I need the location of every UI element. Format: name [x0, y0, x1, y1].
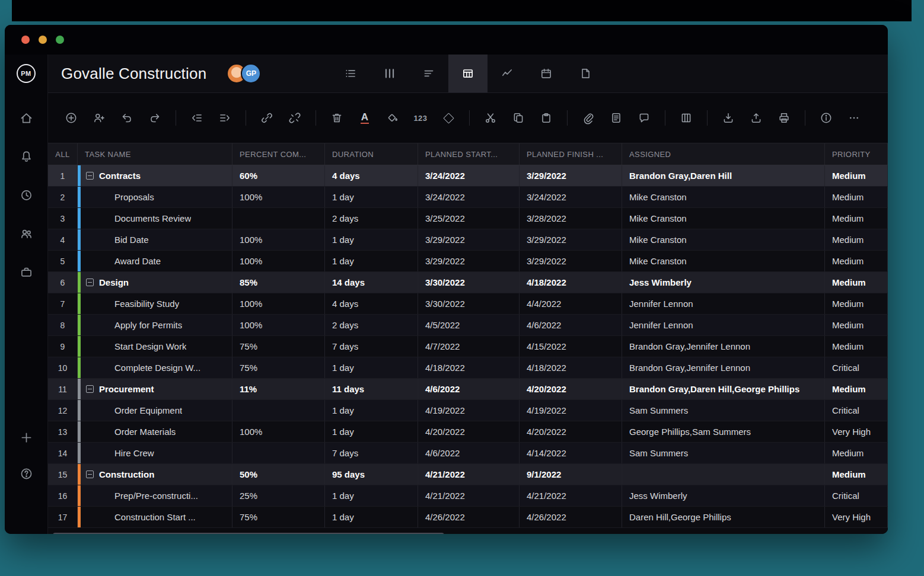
percent-complete-cell[interactable]: 100% [232, 251, 325, 271]
assigned-cell[interactable]: Sam Summers [622, 400, 825, 421]
fill-color-button[interactable] [380, 105, 405, 130]
table-row[interactable]: 13 Order Materials 100% 1 day 4/20/2022 … [48, 421, 888, 443]
task-name-cell[interactable]: Hire Crew [78, 443, 232, 463]
collapse-icon[interactable] [86, 385, 94, 393]
planned-finish-cell[interactable]: 4/19/2022 [520, 400, 622, 421]
add-task-button[interactable] [59, 105, 84, 130]
column-header-planned-finish[interactable]: PLANNED FINISH ... [520, 143, 622, 165]
sidebar-add-button[interactable] [20, 431, 33, 444]
planned-start-cell[interactable]: 4/26/2022 [418, 507, 520, 527]
collapse-icon[interactable] [86, 471, 94, 478]
insert-column-button[interactable] [674, 105, 699, 130]
notes-button[interactable] [604, 105, 629, 130]
planned-start-cell[interactable]: 4/7/2022 [418, 336, 520, 357]
percent-complete-cell[interactable] [232, 400, 325, 421]
tab-doc-view[interactable] [566, 55, 605, 92]
planned-start-cell[interactable]: 4/19/2022 [418, 400, 520, 421]
assigned-cell[interactable]: Jess Wimberly [622, 272, 825, 293]
table-row[interactable]: 4 Bid Date 100% 1 day 3/29/2022 3/29/202… [48, 229, 888, 251]
column-header-priority[interactable]: PRIORITY [825, 143, 888, 165]
assigned-cell[interactable]: Brandon Gray,Daren Hill,George Phillips [622, 379, 825, 399]
table-row[interactable]: 8 Apply for Permits 100% 2 days 4/5/2022… [48, 315, 888, 336]
table-row[interactable]: 9 Start Design Work 75% 7 days 4/7/2022 … [48, 336, 888, 357]
assigned-cell[interactable]: Daren Hill,George Phillips [622, 507, 825, 527]
task-name-cell[interactable]: Complete Design W... [78, 357, 232, 378]
percent-complete-cell[interactable]: 60% [232, 165, 325, 186]
assigned-cell[interactable]: Jennifer Lennon [622, 315, 825, 335]
zoom-button[interactable] [56, 36, 64, 44]
duration-cell[interactable]: 4 days [325, 293, 418, 314]
planned-start-cell[interactable]: 3/25/2022 [418, 208, 520, 229]
assigned-cell[interactable]: Mike Cranston [622, 208, 825, 229]
column-header-duration[interactable]: DURATION [325, 143, 418, 165]
link-button[interactable] [254, 105, 279, 130]
planned-start-cell[interactable]: 3/29/2022 [418, 229, 520, 250]
paste-button[interactable] [534, 105, 559, 130]
priority-cell[interactable]: Medium [825, 272, 888, 293]
duration-cell[interactable]: 7 days [325, 443, 418, 463]
tab-list-view[interactable] [331, 55, 370, 92]
duration-cell[interactable]: 95 days [325, 464, 418, 485]
assigned-cell[interactable]: Brandon Gray,Jennifer Lennon [622, 336, 825, 357]
collapse-icon[interactable] [86, 279, 94, 286]
duration-cell[interactable]: 2 days [325, 315, 418, 335]
collapse-icon[interactable] [86, 172, 94, 180]
table-row[interactable]: 1 Contracts 60% 4 days 3/24/2022 3/29/20… [48, 165, 888, 187]
planned-finish-cell[interactable]: 4/20/2022 [520, 379, 622, 399]
table-row[interactable]: 14 Hire Crew 7 days 4/6/2022 4/14/2022 S… [48, 443, 888, 464]
priority-cell[interactable]: Critical [825, 400, 888, 421]
duration-cell[interactable]: 1 day [325, 229, 418, 250]
planned-start-cell[interactable]: 3/30/2022 [418, 293, 520, 314]
duration-cell[interactable]: 1 day [325, 507, 418, 527]
tab-chart-view[interactable] [488, 55, 527, 92]
column-header-all[interactable]: ALL [48, 143, 78, 165]
percent-complete-cell[interactable] [232, 208, 325, 229]
attach-button[interactable] [576, 105, 601, 130]
task-name-cell[interactable]: Contracts [78, 165, 232, 186]
duration-cell[interactable]: 1 day [325, 251, 418, 271]
copy-button[interactable] [506, 105, 531, 130]
planned-start-cell[interactable]: 4/21/2022 [418, 464, 520, 485]
comment-button[interactable] [632, 105, 657, 130]
table-row[interactable]: 12 Order Equipment 1 day 4/19/2022 4/19/… [48, 400, 888, 421]
scrollbar-thumb[interactable] [53, 533, 444, 534]
task-name-cell[interactable]: Start Design Work [78, 336, 232, 357]
percent-complete-cell[interactable]: 85% [232, 272, 325, 293]
planned-start-cell[interactable]: 3/30/2022 [418, 272, 520, 293]
duration-cell[interactable]: 2 days [325, 208, 418, 229]
tab-calendar-view[interactable] [527, 55, 566, 92]
table-row[interactable]: 7 Feasibility Study 100% 4 days 3/30/202… [48, 293, 888, 315]
tab-table-view[interactable] [448, 55, 488, 92]
priority-cell[interactable]: Medium [825, 187, 888, 207]
task-name-cell[interactable]: Feasibility Study [78, 293, 232, 314]
tab-board-view[interactable] [370, 55, 409, 92]
priority-cell[interactable]: Very High [825, 507, 888, 527]
duration-cell[interactable]: 4 days [325, 165, 418, 186]
duration-cell[interactable]: 1 day [325, 485, 418, 506]
table-row[interactable]: 11 Procurement 11% 11 days 4/6/2022 4/20… [48, 379, 888, 400]
task-name-cell[interactable]: Bid Date [78, 229, 232, 250]
font-color-button[interactable]: A [352, 105, 377, 130]
more-button[interactable] [842, 105, 866, 130]
assigned-cell[interactable] [622, 464, 825, 485]
priority-cell[interactable]: Critical [825, 485, 888, 506]
planned-finish-cell[interactable]: 4/18/2022 [520, 272, 622, 293]
task-name-cell[interactable]: Construction Start ... [78, 507, 232, 527]
task-name-cell[interactable]: Documents Review [78, 208, 232, 229]
planned-finish-cell[interactable]: 3/29/2022 [520, 165, 622, 186]
sidebar-item-time[interactable] [20, 188, 33, 202]
task-name-cell[interactable]: Proposals [78, 187, 232, 207]
percent-complete-cell[interactable]: 75% [232, 357, 325, 378]
planned-finish-cell[interactable]: 3/29/2022 [520, 229, 622, 250]
milestone-button[interactable] [436, 105, 461, 130]
assigned-cell[interactable]: Sam Summers [622, 443, 825, 463]
duration-cell[interactable]: 1 day [325, 400, 418, 421]
task-name-cell[interactable]: Procurement [78, 379, 232, 399]
percent-complete-cell[interactable] [232, 443, 325, 463]
duration-cell[interactable]: 1 day [325, 187, 418, 207]
assigned-cell[interactable]: Mike Cranston [622, 251, 825, 271]
percent-complete-cell[interactable]: 50% [232, 464, 325, 485]
priority-cell[interactable]: Very High [825, 421, 888, 442]
table-row[interactable]: 17 Construction Start ... 75% 1 day 4/26… [48, 507, 888, 528]
task-name-cell[interactable]: Prep/Pre-constructi... [78, 485, 232, 506]
